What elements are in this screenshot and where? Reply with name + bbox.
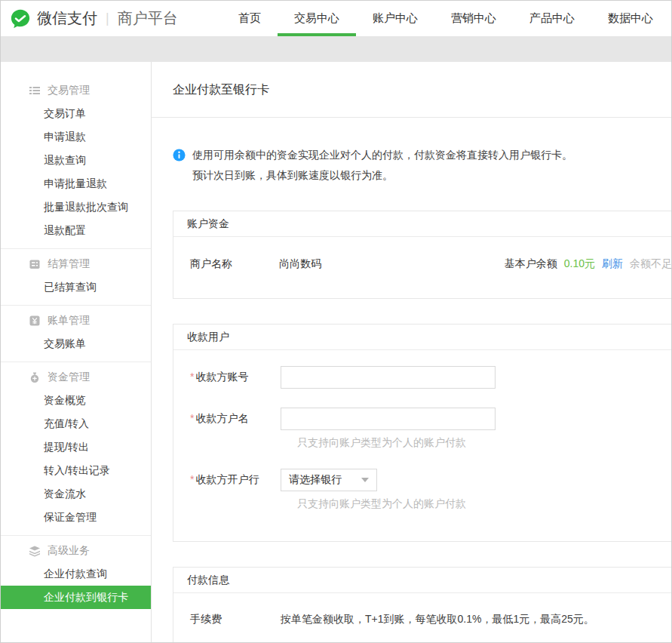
payee-bank-hint: 只支持向账户类型为个人的账户付款: [190, 497, 672, 511]
brand-platform: 商户平台: [118, 8, 178, 29]
nav-tab-account-center[interactable]: 账户中心: [356, 1, 434, 36]
payee-account-input[interactable]: [281, 366, 496, 389]
bank-select[interactable]: 请选择银行: [281, 469, 377, 491]
account-funds-row: 商户名称 尚尚数码 基本户余额 0.10元 刷新 余额不足？: [173, 237, 672, 298]
sidebar-group-head-bill: 账单管理: [1, 309, 151, 332]
payee-section: 收款用户 *收款方账号 *收款方户名 只支持向账户类型为个人的账户付款 *收款方…: [173, 324, 672, 542]
brand-product: 微信支付: [37, 8, 97, 29]
nav-tab-marketing-center[interactable]: 营销中心: [434, 1, 513, 36]
fee-row: 手续费 按单笔金额收取，T+1到账，每笔收取0.1%，最低1元，最高25元。: [190, 613, 672, 626]
merchant-name-label: 商户名称: [190, 257, 279, 271]
required-mark: *: [190, 412, 194, 424]
sidebar-group-settlement: 结算管理 已结算查询: [1, 248, 151, 305]
payee-section-title: 收款用户: [173, 325, 672, 350]
sidebar-group-head-settlement: 结算管理: [1, 253, 151, 275]
required-mark: *: [190, 371, 194, 383]
sidebar: 交易管理 交易订单 申请退款 退款查询 申请批量退款 批量退款批次查询 退款配置…: [1, 62, 152, 642]
sidebar-item-enterprise-payment-to-bank-card[interactable]: 企业付款到银行卡: [1, 586, 151, 609]
nav-tab-product-center[interactable]: 产品中心: [513, 1, 591, 36]
payee-name-row: *收款方户名: [190, 408, 672, 430]
payee-bank-label: *收款方开户行: [190, 473, 281, 487]
top-bar: 微信支付 | 商户平台 首页 交易中心 账户中心 营销中心 产品中心 数据中心: [1, 1, 671, 36]
sidebar-group-funds: 资金管理 资金概览 充值/转入 提现/转出 转入/转出记录 资金流水 保证金管理: [1, 361, 151, 535]
sidebar-item-batch-refund-apply[interactable]: 申请批量退款: [1, 172, 151, 195]
brand-divider: |: [106, 11, 109, 26]
advanced-icon: [29, 545, 41, 557]
account-funds-title: 账户资金: [173, 211, 672, 237]
nav-tab-data-center[interactable]: 数据中心: [591, 1, 670, 36]
sidebar-item-withdraw-transfer-out[interactable]: 提现/转出: [1, 435, 151, 459]
basic-balance-label: 基本户余额: [505, 257, 557, 271]
sidebar-group-title: 结算管理: [48, 257, 90, 271]
nav-tab-home[interactable]: 首页: [222, 1, 278, 36]
payee-name-hint: 只支持向账户类型为个人的账户付款: [190, 436, 672, 450]
wechat-pay-merchant-platform: 微信支付 | 商户平台 首页 交易中心 账户中心 营销中心 产品中心 数据中心 …: [0, 0, 672, 643]
refresh-link[interactable]: 刷新: [602, 257, 623, 271]
sidebar-item-transaction-bill[interactable]: 交易账单: [1, 332, 151, 355]
sidebar-item-deposit-management[interactable]: 保证金管理: [1, 506, 151, 529]
sidebar-item-batch-refund-query[interactable]: 批量退款批次查询: [1, 195, 151, 219]
sidebar-group-head-funds: 资金管理: [1, 366, 151, 389]
payee-account-label: *收款方账号: [190, 371, 281, 384]
transaction-icon: [29, 85, 41, 97]
required-mark: *: [190, 473, 194, 485]
sidebar-group-bill: 账单管理 交易账单: [1, 305, 151, 361]
notice-line-2: 预计次日到账，具体到账速度以银行为准。: [192, 165, 572, 186]
payee-name-input[interactable]: [281, 408, 496, 430]
sidebar-group-transaction: 交易管理 交易订单 申请退款 退款查询 申请批量退款 批量退款批次查询 退款配置: [1, 75, 151, 248]
brand: 微信支付 | 商户平台: [10, 1, 178, 36]
top-nav: 首页 交易中心 账户中心 营销中心 产品中心 数据中心: [222, 1, 670, 36]
sidebar-item-funds-flow[interactable]: 资金流水: [1, 482, 151, 506]
sidebar-item-deposit-transfer-in[interactable]: 充值/转入: [1, 412, 151, 435]
payee-name-label: *收款方户名: [190, 412, 281, 426]
funds-icon: [29, 371, 41, 383]
sidebar-group-title: 账单管理: [48, 314, 90, 328]
payee-bank-row: *收款方开户行 请选择银行: [190, 469, 672, 491]
payment-info-title: 付款信息: [173, 568, 672, 593]
sidebar-item-refund-query[interactable]: 退款查询: [1, 149, 151, 172]
payee-account-row: *收款方账号: [190, 366, 672, 389]
fee-label: 手续费: [190, 613, 281, 626]
bank-select-value: 请选择银行: [289, 473, 342, 487]
sidebar-item-settled-query[interactable]: 已结算查询: [1, 275, 151, 299]
sidebar-group-title: 高级业务: [48, 544, 90, 558]
sidebar-item-transfer-records[interactable]: 转入/转出记录: [1, 459, 151, 482]
sidebar-group-title: 交易管理: [48, 84, 90, 97]
notice-line-1: 使用可用余额中的资金实现企业对个人的付款，付款资金将直接转入用户银行卡。: [192, 145, 572, 165]
nav-tab-transaction-center[interactable]: 交易中心: [278, 1, 356, 36]
main-content: 企业付款至银行卡 使用可用余额中的资金实现企业对个人的付款，付款资金将直接转入用…: [152, 62, 671, 642]
notice-text: 使用可用余额中的资金实现企业对个人的付款，付款资金将直接转入用户银行卡。 预计次…: [192, 145, 572, 186]
balance-group: 基本户余额 0.10元 刷新 余额不足？: [505, 257, 672, 271]
settlement-icon: [29, 258, 41, 270]
account-funds-section: 账户资金 商户名称 尚尚数码 基本户余额 0.10元 刷新 余额不足？: [173, 211, 672, 299]
sidebar-item-enterprise-payment-query[interactable]: 企业付款查询: [1, 562, 151, 586]
chevron-down-icon: [361, 478, 369, 482]
sidebar-group-head-advanced: 高级业务: [1, 540, 151, 562]
page-title: 企业付款至银行卡: [152, 62, 671, 118]
sidebar-group-advanced: 高级业务 企业付款查询 企业付款到银行卡: [1, 535, 151, 615]
sidebar-group-head-transaction: 交易管理: [1, 79, 151, 102]
merchant-name-value: 尚尚数码: [279, 257, 321, 271]
bill-icon: [29, 315, 41, 327]
balance-value: 0.10元: [564, 257, 595, 271]
sidebar-group-title: 资金管理: [48, 371, 90, 384]
sidebar-item-funds-overview[interactable]: 资金概览: [1, 389, 151, 412]
sub-header-banner: [1, 36, 671, 62]
sidebar-item-apply-refund[interactable]: 申请退款: [1, 125, 151, 149]
balance-insufficient-tip: 余额不足？: [630, 257, 672, 271]
info-notice: 使用可用余额中的资金实现企业对个人的付款，付款资金将直接转入用户银行卡。 预计次…: [173, 145, 650, 186]
sidebar-item-transaction-orders[interactable]: 交易订单: [1, 102, 151, 125]
sidebar-item-refund-config[interactable]: 退款配置: [1, 219, 151, 242]
info-icon: [173, 149, 186, 162]
fee-text: 按单笔金额收取，T+1到账，每笔收取0.1%，最低1元，最高25元。: [281, 613, 594, 626]
payment-info-section: 付款信息 手续费 按单笔金额收取，T+1到账，每笔收取0.1%，最低1元，最高2…: [173, 567, 672, 643]
wechat-pay-logo-icon: [10, 8, 31, 29]
